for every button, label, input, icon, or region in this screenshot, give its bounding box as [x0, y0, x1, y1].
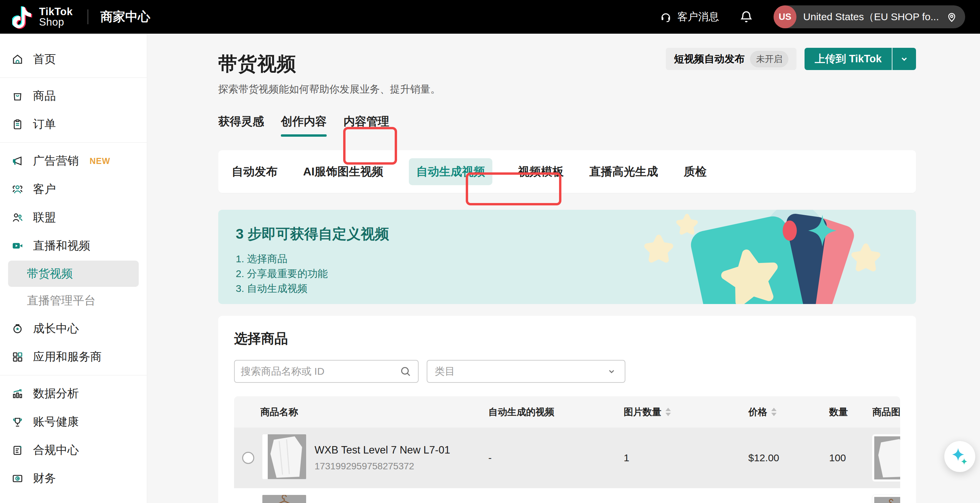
product-id: 1731992959758275372	[315, 461, 474, 472]
col-header-image-count[interactable]: 图片数量	[619, 406, 744, 419]
table-row[interactable]: Wxb test sales attribute item hhhh 17719…	[234, 488, 900, 503]
product-name[interactable]: WXB Test Level 7 New L7-01	[315, 444, 474, 456]
megaphone-icon	[11, 155, 24, 167]
affiliate-icon	[11, 211, 24, 224]
sidebar-item-customers[interactable]: 客户	[0, 175, 147, 203]
video-camera-icon	[11, 240, 24, 252]
col-header-image-count-label: 图片数量	[624, 406, 662, 419]
tab-get-inspired[interactable]: 获得灵感	[218, 114, 264, 137]
account-label: United States（EU SHOP fo...	[803, 10, 939, 24]
product-photo	[262, 495, 306, 503]
page-subtitle: 探索带货视频能如何帮助你发展业务、提升销量。	[218, 83, 441, 96]
topbar: TikTok Shop 商家中心 客户消息 US U	[0, 0, 980, 34]
sort-icons[interactable]	[771, 408, 776, 416]
sidebar-item-label: 合规中心	[33, 443, 79, 458]
category-select[interactable]: 类目	[427, 360, 625, 383]
sidebar-item-products[interactable]: 商品	[0, 82, 147, 110]
home-icon	[11, 53, 24, 65]
tiktok-shop-logo[interactable]: TikTok Shop	[12, 5, 73, 29]
product-table: 商品名称 自动生成的视频 图片数量 价格 数量 商品图片	[234, 396, 900, 503]
sidebar-item-growth-center[interactable]: 成长中心	[0, 314, 147, 343]
col-header-quantity: 数量	[824, 406, 864, 419]
banner-illustration	[613, 210, 916, 304]
compliance-doc-icon	[11, 444, 24, 456]
row-radio[interactable]	[242, 452, 254, 464]
cell-price: $12.00	[744, 452, 824, 463]
sidebar-item-apps-services[interactable]: 应用和服务商	[0, 343, 147, 371]
product-thumbnail	[872, 434, 900, 481]
subtab-video-templates[interactable]: 视频模板	[518, 164, 564, 179]
table-header-row: 商品名称 自动生成的视频 图片数量 价格 数量 商品图片	[234, 396, 900, 428]
sidebar-item-label: 首页	[33, 51, 56, 67]
category-placeholder: 类目	[435, 365, 455, 378]
sidebar-item-compliance[interactable]: 合规中心	[0, 436, 147, 464]
sidebar-item-label: 客户	[33, 181, 56, 197]
account-region-selector[interactable]: US United States（EU SHOP fo...	[773, 5, 965, 28]
subtab-ai-apparel-video[interactable]: AI服饰图生视频	[303, 164, 383, 179]
headset-icon	[660, 11, 672, 23]
sidebar-divider	[0, 78, 147, 78]
secondary-tabs: 自动发布 AI服饰图生视频 自动生成视频 视频模板 直播高光生成 质检	[218, 150, 916, 193]
country-badge: US	[773, 5, 797, 28]
sidebar-item-label: 财务	[33, 471, 56, 486]
sidebar-item-live-video[interactable]: 直播和视频	[0, 232, 147, 260]
ai-assistant-fab[interactable]	[944, 441, 975, 472]
banner-step-3: 3. 自动生成视频	[236, 281, 389, 296]
steps-banner: 3 步即可获得自定义视频 1. 选择商品 2. 分享最重要的功能 3. 自动生成…	[218, 210, 916, 304]
col-header-price[interactable]: 价格	[744, 406, 824, 419]
sidebar-item-label: 带货视频	[27, 266, 73, 281]
col-header-name: 商品名称	[234, 406, 484, 419]
product-photo	[262, 434, 306, 479]
sidebar-item-label: 商品	[33, 88, 56, 104]
orders-clipboard-icon	[11, 118, 24, 130]
upload-dropdown-button[interactable]	[892, 48, 916, 70]
sidebar-item-label: 成长中心	[33, 321, 79, 336]
sidebar-item-home[interactable]: 首页	[0, 45, 147, 73]
col-header-price-label: 价格	[748, 406, 767, 419]
product-search-input[interactable]	[241, 366, 399, 377]
search-icon[interactable]	[399, 365, 412, 378]
sort-icons[interactable]	[665, 408, 671, 416]
product-picker-card: 选择商品 类目	[218, 316, 916, 503]
tab-create-content[interactable]: 创作内容	[281, 114, 327, 137]
banner-step-1: 1. 选择商品	[236, 252, 389, 266]
sidebar-divider	[0, 375, 147, 375]
sidebar-item-affiliate[interactable]: 联盟	[0, 203, 147, 232]
subtab-quality-check[interactable]: 质检	[684, 164, 706, 179]
sidebar-item-label: 数据分析	[33, 386, 79, 401]
upload-to-tiktok-button[interactable]: 上传到 TikTok	[805, 48, 892, 70]
shopping-bag-icon	[11, 90, 24, 102]
sidebar-item-shoppable-videos[interactable]: 带货视频	[8, 260, 139, 287]
sidebar-item-live-management[interactable]: 直播管理平台	[8, 287, 139, 314]
sidebar-item-label: 广告营销	[33, 153, 79, 169]
product-thumbnail	[872, 495, 900, 503]
new-badge: NEW	[89, 156, 110, 166]
sidebar-item-finance[interactable]: 财务	[0, 464, 147, 493]
banner-step-2: 2. 分享最重要的功能	[236, 266, 389, 281]
page-title: 带货视频	[218, 51, 441, 77]
sidebar-item-label: 直播和视频	[33, 238, 90, 254]
subtab-auto-publish[interactable]: 自动发布	[232, 164, 277, 179]
customer-messages-button[interactable]: 客户消息	[660, 10, 719, 24]
sidebar-item-analytics[interactable]: 数据分析	[0, 379, 147, 408]
product-picker-title: 选择商品	[234, 329, 900, 348]
table-row[interactable]: WXB Test Level 7 New L7-01 1731992959758…	[234, 428, 900, 488]
brand-line2: Shop	[39, 17, 73, 27]
subtab-live-highlights[interactable]: 直播高光生成	[589, 164, 658, 179]
analytics-chart-icon	[11, 387, 24, 400]
tab-manage-content[interactable]: 内容管理	[344, 114, 389, 137]
main-content: 带货视频 探索带货视频能如何帮助你发展业务、提升销量。 短视频自动发布 未开启 …	[147, 34, 980, 503]
autopublish-settings-button[interactable]: 短视频自动发布 未开启	[666, 48, 797, 70]
sidebar-item-account-health[interactable]: 账号健康	[0, 408, 147, 436]
upload-split-button: 上传到 TikTok	[805, 48, 916, 70]
autopublish-status-badge: 未开启	[750, 51, 788, 67]
sidebar-item-ads[interactable]: 广告营销 NEW	[0, 147, 147, 175]
chevron-down-icon	[899, 53, 910, 65]
sidebar-item-label: 账号健康	[33, 414, 79, 430]
notifications-bell-icon[interactable]	[739, 10, 753, 24]
subtab-auto-generate-video[interactable]: 自动生成视频	[409, 158, 492, 185]
primary-tabs: 获得灵感 创作内容 内容管理	[218, 114, 916, 137]
topbar-divider	[88, 10, 88, 24]
sidebar-item-orders[interactable]: 订单	[0, 110, 147, 138]
sidebar: 首页 商品 订单	[0, 34, 147, 503]
